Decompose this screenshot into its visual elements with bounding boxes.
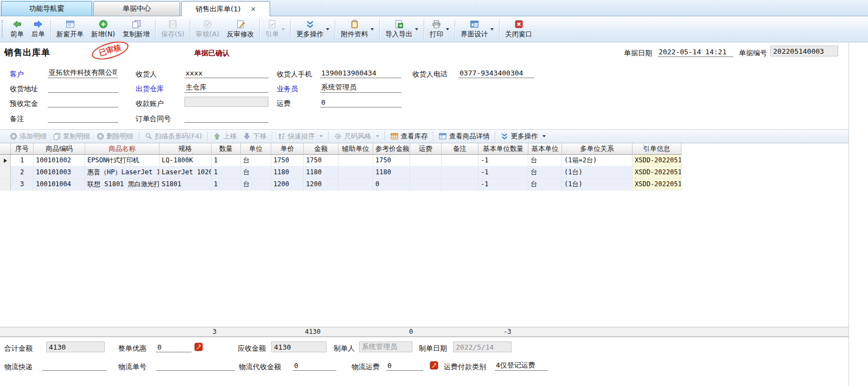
cell-base-qty[interactable]: -1 — [478, 179, 528, 191]
move-up-button[interactable]: 上移 — [210, 131, 240, 142]
cell-amount[interactable]: 1180 — [304, 167, 339, 179]
cell-ref-amount[interactable]: 0 — [373, 179, 410, 191]
view-product-detail-button[interactable]: 查看商品详情 — [436, 131, 493, 142]
cell-aux-unit[interactable] — [339, 167, 373, 179]
phone-field[interactable] — [458, 68, 534, 78]
col-header-base-qty[interactable]: 基本单位数量 — [478, 143, 528, 155]
col-header-amount[interactable]: 金额 — [304, 143, 339, 155]
add-new-button[interactable]: 新增(N) — [87, 17, 119, 41]
col-header-remark[interactable]: 备注 — [442, 143, 478, 155]
receivable-field[interactable] — [271, 341, 327, 352]
cell-ref-info[interactable]: XSDD-2022051 — [633, 155, 681, 167]
cell-code[interactable]: 100101003 — [34, 167, 85, 179]
freight-pay-type-field[interactable] — [495, 360, 548, 371]
col-header-ref-info[interactable]: 引单信息 — [633, 143, 681, 155]
size-style-button[interactable]: 尺码风格 — [331, 131, 382, 142]
cell-remark[interactable] — [442, 155, 478, 167]
cell-unit[interactable]: 台 — [241, 155, 271, 167]
col-header-aux-unit[interactable]: 辅助单位 — [339, 143, 373, 155]
cell-freight[interactable] — [410, 179, 442, 191]
table-row[interactable]: 2 100101003 惠普（HP）LaserJet 1020 LaserJet… — [0, 167, 848, 179]
col-header-base-unit[interactable]: 基本单位 — [528, 143, 562, 155]
unaudit-edit-button[interactable]: 反审修改 — [223, 17, 258, 41]
col-header-unit[interactable]: 单位 — [241, 143, 271, 155]
cell-aux-unit[interactable] — [339, 179, 373, 191]
cell-amount[interactable]: 1200 — [304, 179, 339, 191]
cell-multi-unit[interactable]: (1箱=2台) — [562, 155, 633, 167]
cell-ref-info[interactable]: XSDD-2022051 — [633, 179, 681, 191]
cod-amount-field[interactable] — [293, 360, 336, 371]
customer-field[interactable] — [48, 68, 118, 78]
add-detail-button[interactable]: 添加明细 — [7, 131, 50, 142]
cell-remark[interactable] — [442, 167, 478, 179]
consignee-field[interactable] — [184, 68, 269, 78]
cell-seq[interactable]: 2 — [11, 167, 34, 179]
tab-close-icon[interactable]: ✕ — [251, 6, 256, 12]
col-header-seq[interactable]: 序号 — [11, 143, 34, 155]
cell-qty[interactable]: 1 — [212, 179, 241, 191]
salesman-field[interactable] — [320, 83, 401, 93]
view-stock-button[interactable]: 查看库存 — [387, 131, 431, 142]
col-header-spec[interactable]: 规格 — [159, 143, 212, 155]
contract-field[interactable] — [184, 112, 269, 123]
save-button[interactable]: 保存(S) — [157, 17, 188, 41]
tab-sales-outbound[interactable]: 销售出库单(1) ✕ — [181, 1, 270, 16]
cell-price[interactable]: 1750 — [271, 155, 304, 167]
cell-multi-unit[interactable]: (1台) — [562, 179, 633, 191]
cell-freight[interactable] — [410, 167, 442, 179]
audit-button[interactable]: 审核(A) — [192, 17, 223, 41]
cell-qty[interactable]: 1 — [212, 167, 241, 179]
logistics-freight-field[interactable] — [386, 360, 423, 371]
cell-amount[interactable]: 1750 — [304, 155, 339, 167]
cell-base-unit[interactable]: 台 — [528, 179, 562, 191]
copy-add-button[interactable]: 复制新增 — [119, 17, 154, 41]
print-button[interactable]: 打印 — [426, 17, 453, 41]
table-row[interactable]: 3 100101004 联想 S1801 黑白激光打印 S1801 1 台 12… — [0, 179, 848, 191]
prev-doc-button[interactable]: 前单 — [7, 17, 28, 41]
remark-field[interactable] — [48, 112, 118, 123]
doc-no-field[interactable] — [770, 46, 838, 56]
total-amount-field[interactable] — [46, 341, 105, 352]
col-header-freight[interactable]: 运费 — [410, 143, 442, 155]
new-window-doc-button[interactable]: 新窗开单 — [53, 17, 87, 41]
cell-remark[interactable] — [442, 179, 478, 191]
logistics-freight-edit-icon[interactable] — [430, 361, 438, 370]
cell-freight[interactable] — [410, 155, 442, 167]
maker-field[interactable] — [359, 341, 412, 352]
account-field[interactable] — [184, 97, 269, 107]
cell-unit[interactable]: 台 — [241, 167, 271, 179]
cell-unit[interactable]: 台 — [241, 179, 271, 191]
ui-design-button[interactable]: 界面设计 — [457, 17, 497, 41]
doc-date-field[interactable] — [658, 47, 733, 57]
cell-aux-unit[interactable] — [339, 155, 373, 167]
cell-seq[interactable]: 3 — [11, 179, 34, 191]
cell-base-unit[interactable]: 台 — [528, 155, 562, 167]
cell-base-unit[interactable]: 台 — [528, 167, 562, 179]
pull-order-button[interactable]: 引单 — [261, 17, 289, 41]
discount-edit-icon[interactable] — [194, 343, 203, 351]
cell-ref-info[interactable]: XSDD-2022051 — [633, 167, 681, 179]
tab-document-center[interactable]: 单据中心 — [93, 1, 180, 16]
quick-sort-button[interactable]: 快速排序 — [275, 131, 326, 142]
col-header-code[interactable]: 商品编码 — [34, 143, 85, 155]
deposit-field[interactable] — [48, 97, 118, 107]
move-down-button[interactable]: 下移 — [240, 131, 270, 142]
copy-detail-button[interactable]: 复制明细 — [50, 131, 93, 142]
cell-name[interactable]: 惠普（HP）LaserJet 1020 — [85, 167, 159, 179]
col-header-qty[interactable]: 数量 — [212, 143, 241, 155]
cell-base-qty[interactable]: -1 — [478, 167, 528, 179]
scan-barcode-button[interactable]: 扫描条形码(F4) — [142, 131, 205, 142]
cell-seq[interactable]: 1 — [11, 155, 34, 167]
next-doc-button[interactable]: 后单 — [28, 17, 49, 41]
close-window-button[interactable]: 关闭窗口 — [501, 17, 536, 41]
col-header-price[interactable]: 单价 — [271, 143, 304, 155]
cell-code[interactable]: 100101002 — [34, 155, 85, 167]
cell-price[interactable]: 1200 — [271, 179, 304, 191]
express-field[interactable] — [42, 360, 106, 371]
col-header-ref-amount[interactable]: 参考价金额 — [373, 143, 410, 155]
discount-field[interactable] — [156, 342, 192, 352]
cell-price[interactable]: 1180 — [271, 167, 304, 179]
cell-qty[interactable]: 1 — [212, 155, 241, 167]
warehouse-field[interactable] — [184, 83, 269, 93]
attachments-button[interactable]: 附件资料 — [337, 17, 378, 41]
